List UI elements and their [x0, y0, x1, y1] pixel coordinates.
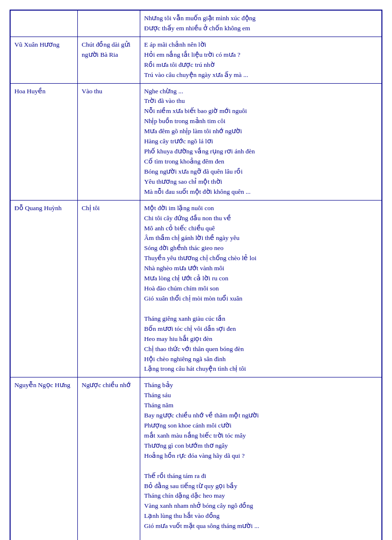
lyric-line: Bay ngược chiều nhớ về thăm một người	[144, 411, 378, 421]
lyrics-cell: Nhưng tôi vẫn muốn giật mình xúc độngĐượ…	[140, 11, 382, 37]
lyric-line: Được thấy em nhiều ở chốn không em	[144, 24, 378, 34]
title-cell: Ngược chiều nhớ	[78, 377, 140, 540]
lyric-line: Thương gì con bướm thơ ngây	[144, 441, 378, 451]
lyric-line: Tháng giêng xanh giàu cúc tần	[144, 314, 378, 324]
lyrics-cell: Tháng bảyTháng sáuTháng nămBay ngược chi…	[140, 377, 382, 540]
lyric-line: Mưa lòng chị ướt cả lời ru con	[144, 274, 378, 284]
lyric-line: mắt xanh màu nắng biếc trời tóc mây	[144, 431, 378, 441]
lyric-line: Chi tôi cây đứng đầu non thu về	[144, 213, 378, 224]
lyric-line: Rồi mưa tôi được trú nhờ	[144, 60, 378, 70]
lyrics-cell: Một đời im lặng nuôi conChi tôi cây đứng…	[140, 200, 382, 377]
lyric-line: Hoà đào chúm chím môi son	[144, 284, 378, 294]
lyric-line: Mô anh cỏ biếc chiều quê	[144, 224, 378, 234]
lyric-line: E áp mãi chảnh nên lời	[144, 40, 378, 50]
lyrics-cell: Nghe chừng ...Trời đã vào thuNỗi niềm xư…	[140, 83, 382, 200]
lyric-line	[144, 304, 378, 314]
table-row: Đỗ Quang HuỳnhChị tôiMột đời im lặng nuô…	[11, 200, 382, 377]
lyric-line: Tháng bảy	[144, 380, 378, 390]
lyric-line: Một đời im lặng nuôi con	[144, 203, 378, 213]
lyric-line: Bóng người xưa ngỡ đã quên lâu rồi	[144, 167, 378, 177]
lyric-line: Nhưng tôi vẫn muốn giật mình xúc động	[144, 13, 378, 24]
lyric-line: Yêu thương sao chỉ một thời	[144, 177, 378, 187]
lyric-line: Phượng son khoe cánh môi cười	[144, 421, 378, 431]
lyrics-cell: E áp mãi chảnh nên lờiHỏi em nắng tắt li…	[140, 37, 382, 83]
lyric-line: Nhà nghèo mưa ướt vành môi	[144, 264, 378, 274]
table-row: Nguyễn Ngọc HưngNgược chiều nhớTháng bảy…	[11, 377, 382, 540]
lyric-line: Sóng đời ghềnh thác gieo neo	[144, 243, 378, 253]
lyric-line: Bỏ đằng sau tiếng từ quy gọi bầy	[144, 481, 378, 491]
author-cell: Hoa Huyền	[11, 83, 78, 200]
title-cell	[78, 11, 140, 37]
lyric-line: Gió mưa vuốt mặt qua sông tháng mười ...	[144, 521, 378, 531]
lyric-line: Mưa đêm gõ nhịp làm tôi nhớ người	[144, 126, 378, 137]
lyric-line: Âm thầm chị gánh lời thề ngày yêu	[144, 233, 378, 243]
lyric-line: Lặng trong câu hát chuyện tình chị tôi	[144, 364, 378, 374]
lyric-line: Cố tìm trong khoảng đêm đen	[144, 157, 378, 167]
title-cell: Vào thu	[78, 83, 140, 200]
author-cell	[11, 11, 78, 37]
table-row: Vũ Xuân HươngChút đồng dài gửi người Bà …	[11, 37, 382, 83]
lyric-line: Mà nỗi đau suốt một đời không quên ...	[144, 187, 378, 197]
lyric-line: Lạnh lùng thu hắt vào đồng	[144, 511, 378, 521]
lyric-line: Heo may hiu hắt giọt đèn	[144, 334, 378, 344]
table-row: Hoa HuyềnVào thuNghe chừng ...Trời đã và…	[11, 83, 382, 200]
lyric-line: Nỗi niềm xưa biết bao giờ mới nguôi	[144, 106, 378, 116]
lyric-line: Hoảng hồn rực đóa vàng hãy dã qui ?	[144, 451, 378, 461]
author-cell: Vũ Xuân Hương	[11, 37, 78, 83]
lyric-line: Tháng sáu	[144, 390, 378, 401]
lyric-line: Hỏi em nắng tắt liệu trời có mưa ?	[144, 50, 378, 60]
lyric-line	[144, 531, 378, 540]
lyric-line: Chị thao thức với thân quen bóng đèn	[144, 344, 378, 354]
title-cell: Chị tôi	[78, 200, 140, 377]
author-cell: Nguyễn Ngọc Hưng	[11, 377, 78, 540]
table-row: Nhưng tôi vẫn muốn giật mình xúc độngĐượ…	[11, 11, 382, 37]
lyric-line: Trời đã vào thu	[144, 96, 378, 106]
lyric-line: Nhịp buồn trong mảnh tim côi	[144, 116, 378, 126]
lyric-line: Gió xuân thổi chị mòi mòn tuổi xuân	[144, 294, 378, 304]
lyric-line: Bốn mươi tóc chị vôi dần sợi đen	[144, 324, 378, 334]
lyric-line: Hội chèo nghiêng ngã sân đình	[144, 354, 378, 364]
lyric-line: Nghe chừng ...	[144, 87, 378, 97]
lyric-line	[144, 461, 378, 471]
lyric-line: Tháng chín dặng dặc heo may	[144, 491, 378, 501]
lyric-line: Phố khuya đường vắng rụng rơi ánh đèn	[144, 147, 378, 157]
lyric-line: Thuyền yêu thương chị chống chèo lẻ loi	[144, 253, 378, 264]
lyric-line: Thế rồi tháng tám ra đi	[144, 471, 378, 481]
lyric-line: Tháng năm	[144, 401, 378, 411]
lyric-line: Vàng xanh nham nhở bóng cây ngô đồng	[144, 501, 378, 511]
page-container: Nhưng tôi vẫn muốn giật mình xúc độngĐượ…	[10, 10, 382, 540]
lyric-line: Hàng cây trước ngõ lá lơi	[144, 137, 378, 147]
title-cell: Chút đồng dài gửi người Bà Ria	[78, 37, 140, 83]
author-cell: Đỗ Quang Huỳnh	[11, 200, 78, 377]
lyric-line: Trú vào câu chuyện ngày xưa ấy mà ...	[144, 70, 378, 80]
main-table: Nhưng tôi vẫn muốn giật mình xúc độngĐượ…	[10, 10, 382, 540]
